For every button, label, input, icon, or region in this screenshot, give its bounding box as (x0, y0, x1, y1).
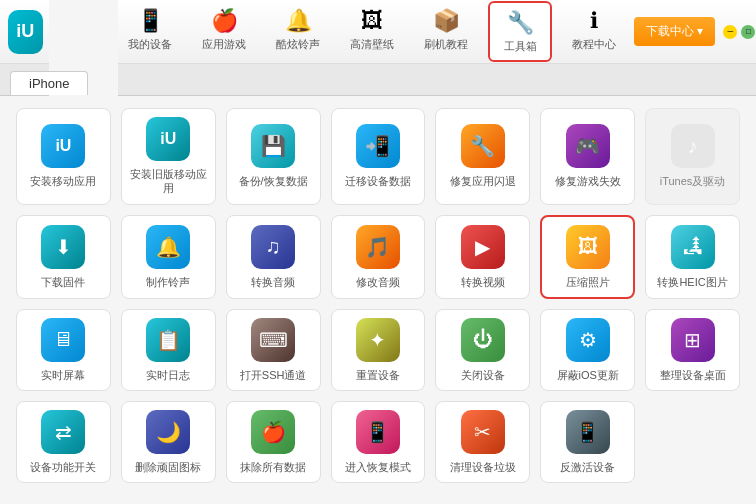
maximize-button[interactable]: □ (741, 25, 755, 39)
tool-item-convert-video[interactable]: ▶ 转换视频 (435, 215, 530, 299)
tool-icon-compress-photo: 🖼 (566, 225, 610, 269)
tool-icon-modify-audio: 🎵 (356, 225, 400, 269)
nav-icon-flash: 📦 (432, 7, 460, 35)
tool-label-ssh-tunnel: 打开SSH通道 (240, 368, 307, 382)
tool-item-convert-heic[interactable]: 🏞 转换HEIC图片 (645, 215, 740, 299)
nav-item-tutorials[interactable]: ℹ 教程中心 (562, 1, 626, 62)
nav-icon-my-device: 📱 (136, 7, 164, 35)
tool-icon-recovery-mode: 📱 (356, 410, 400, 454)
nav-item-flash[interactable]: 📦 刷机教程 (414, 1, 478, 62)
tool-icon-install-app-old: iU (146, 117, 190, 161)
tool-icon-delete-icons: 🌙 (146, 410, 190, 454)
tool-item-delete-icons[interactable]: 🌙 删除顽固图标 (121, 401, 216, 483)
tool-icon-shutdown: ⏻ (461, 318, 505, 362)
tool-item-erase-data[interactable]: 🍎 抹除所有数据 (226, 401, 321, 483)
tool-label-convert-heic: 转换HEIC图片 (657, 275, 727, 289)
iphone-tab[interactable]: iPhone (10, 71, 88, 95)
tool-item-migrate-data[interactable]: 📲 迁移设备数据 (331, 108, 426, 205)
header-right: 下载中心 ▾ ─ □ ✕ (634, 17, 756, 46)
tool-item-compress-photo[interactable]: 🖼 压缩照片 (540, 215, 635, 299)
tool-item-modify-audio[interactable]: 🎵 修改音频 (331, 215, 426, 299)
tool-label-make-ringtone: 制作铃声 (146, 275, 190, 289)
download-center-button[interactable]: 下载中心 ▾ (634, 17, 715, 46)
nav-label-tutorials: 教程中心 (572, 37, 616, 52)
tool-icon-real-screen: 🖥 (41, 318, 85, 362)
nav-item-ringtones[interactable]: 🔔 酷炫铃声 (266, 1, 330, 62)
nav-icon-wallpapers: 🖼 (358, 7, 386, 35)
tool-item-make-ringtone[interactable]: 🔔 制作铃声 (121, 215, 216, 299)
tool-item-install-app[interactable]: iU 安装移动应用 (16, 108, 111, 205)
tool-label-modify-audio: 修改音频 (356, 275, 400, 289)
tool-label-repair-game: 修复游戏失效 (555, 174, 621, 188)
tool-icon-backup-restore: 💾 (251, 124, 295, 168)
tool-label-shutdown: 关闭设备 (461, 368, 505, 382)
tool-item-update-ios[interactable]: ⚙ 屏蔽iOS更新 (540, 309, 635, 391)
tool-icon-clean-trash: ✂ (461, 410, 505, 454)
tool-item-shutdown[interactable]: ⏻ 关闭设备 (435, 309, 530, 391)
tool-label-recovery-mode: 进入恢复模式 (345, 460, 411, 474)
tool-icon-repair-game: 🎮 (566, 124, 610, 168)
tool-label-update-ios: 屏蔽iOS更新 (557, 368, 619, 382)
tool-label-real-log: 实时日志 (146, 368, 190, 382)
tool-icon-download-firmware: ⬇ (41, 225, 85, 269)
tool-icon-ssh-tunnel: ⌨ (251, 318, 295, 362)
tool-icon-convert-video: ▶ (461, 225, 505, 269)
nav-label-games: 应用游戏 (202, 37, 246, 52)
tool-label-real-screen: 实时屏幕 (41, 368, 85, 382)
nav-icon-tools: 🔧 (506, 9, 534, 37)
tool-label-compress-photo: 压缩照片 (566, 275, 610, 289)
tool-item-clean-trash[interactable]: ✂ 清理设备垃圾 (435, 401, 530, 483)
nav-label-wallpapers: 高清壁纸 (350, 37, 394, 52)
tool-icon-itunes-driver: ♪ (671, 124, 715, 168)
tool-icon-convert-audio: ♫ (251, 225, 295, 269)
tool-icon-update-ios: ⚙ (566, 318, 610, 362)
tool-item-ssh-tunnel[interactable]: ⌨ 打开SSH通道 (226, 309, 321, 391)
tool-label-erase-data: 抹除所有数据 (240, 460, 306, 474)
nav-icon-ringtones: 🔔 (284, 7, 312, 35)
tool-item-real-screen[interactable]: 🖥 实时屏幕 (16, 309, 111, 391)
tool-item-repair-game[interactable]: 🎮 修复游戏失效 (540, 108, 635, 205)
tool-label-install-app: 安装移动应用 (30, 174, 96, 188)
tool-item-convert-audio[interactable]: ♫ 转换音频 (226, 215, 321, 299)
tool-label-install-app-old: 安装旧版移动应用 (126, 167, 211, 196)
tool-label-device-toggle: 设备功能开关 (30, 460, 96, 474)
tool-item-deactivate[interactable]: 📱 反激活设备 (540, 401, 635, 483)
tool-label-convert-audio: 转换音频 (251, 275, 295, 289)
tool-item-itunes-driver[interactable]: ♪ iTunes及驱动 (645, 108, 740, 205)
tools-grid: iU 安装移动应用 iU 安装旧版移动应用 💾 备份/恢复数据 📲 迁移设备数据… (16, 108, 740, 483)
nav-item-tools[interactable]: 🔧 工具箱 (488, 1, 552, 62)
tool-icon-reset-device: ✦ (356, 318, 400, 362)
tool-icon-organize-desktop: ⊞ (671, 318, 715, 362)
tool-item-reset-device[interactable]: ✦ 重置设备 (331, 309, 426, 391)
tool-icon-repair-app: 🔧 (461, 124, 505, 168)
tool-item-backup-restore[interactable]: 💾 备份/恢复数据 (226, 108, 321, 205)
tool-item-recovery-mode[interactable]: 📱 进入恢复模式 (331, 401, 426, 483)
nav-label-ringtones: 酷炫铃声 (276, 37, 320, 52)
tool-item-install-app-old[interactable]: iU 安装旧版移动应用 (121, 108, 216, 205)
tool-item-device-toggle[interactable]: ⇄ 设备功能开关 (16, 401, 111, 483)
nav-item-my-device[interactable]: 📱 我的设备 (118, 1, 182, 62)
window-controls: ─ □ ✕ (723, 25, 756, 39)
tool-label-deactivate: 反激活设备 (560, 460, 615, 474)
tool-icon-make-ringtone: 🔔 (146, 225, 190, 269)
tool-icon-erase-data: 🍎 (251, 410, 295, 454)
nav-icon-tutorials: ℹ (580, 7, 608, 35)
nav-item-games[interactable]: 🍎 应用游戏 (192, 1, 256, 62)
tool-item-download-firmware[interactable]: ⬇ 下载固件 (16, 215, 111, 299)
nav-icon-games: 🍎 (210, 7, 238, 35)
tool-icon-real-log: 📋 (146, 318, 190, 362)
tool-label-delete-icons: 删除顽固图标 (135, 460, 201, 474)
tool-label-download-firmware: 下载固件 (41, 275, 85, 289)
tool-label-itunes-driver: iTunes及驱动 (660, 174, 726, 188)
nav-items: 📱 我的设备 🍎 应用游戏 🔔 酷炫铃声 🖼 高清壁纸 📦 刷机教程 🔧 工具箱… (118, 1, 626, 62)
tool-item-real-log[interactable]: 📋 实时日志 (121, 309, 216, 391)
nav-label-my-device: 我的设备 (128, 37, 172, 52)
header: iU 爱思助手 www.i4.cn 📱 我的设备 🍎 应用游戏 🔔 酷炫铃声 🖼… (0, 0, 756, 64)
tool-icon-convert-heic: 🏞 (671, 225, 715, 269)
tool-icon-deactivate: 📱 (566, 410, 610, 454)
tool-item-organize-desktop[interactable]: ⊞ 整理设备桌面 (645, 309, 740, 391)
minimize-button[interactable]: ─ (723, 25, 737, 39)
nav-label-flash: 刷机教程 (424, 37, 468, 52)
tool-item-repair-app[interactable]: 🔧 修复应用闪退 (435, 108, 530, 205)
nav-item-wallpapers[interactable]: 🖼 高清壁纸 (340, 1, 404, 62)
